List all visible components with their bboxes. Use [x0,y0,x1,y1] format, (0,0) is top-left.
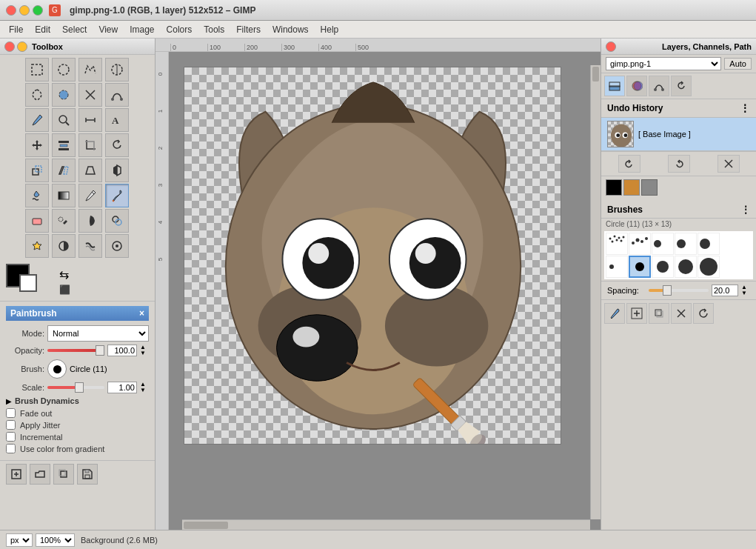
white-swatch[interactable] [641,179,658,196]
maximize-button[interactable] [33,5,43,16]
spacing-value[interactable]: 20.0 [712,285,738,296]
apply-jitter-checkbox[interactable] [6,420,16,430]
ellipse-select-tool[interactable] [52,58,76,81]
menu-edit[interactable]: Edit [29,23,56,36]
color-picker-tool[interactable] [25,108,49,132]
canvas-content[interactable] [169,52,601,530]
clear-history-button[interactable] [717,155,740,173]
measure-tool[interactable] [78,108,102,132]
shear-tool[interactable] [52,159,76,182]
flip-tool[interactable] [105,159,129,182]
opacity-value[interactable]: 100.0 [107,345,137,356]
layers-icon-tab[interactable] [604,76,625,96]
clone-tool[interactable] [105,209,129,233]
bucket-fill-tool[interactable] [25,184,49,207]
ink-tool[interactable] [78,209,102,233]
brush-paint-button[interactable] [604,303,625,324]
move-tool[interactable] [25,133,49,157]
fuzzy-select-tool[interactable] [25,83,49,107]
scale-spinners[interactable]: ▲ ▼ [140,382,149,393]
swap-colors-button[interactable]: ⇆ [59,267,70,282]
menu-tools[interactable]: Tools [198,23,230,36]
layer-select[interactable]: gimp.png-1 [606,57,721,70]
save-button[interactable] [77,464,98,485]
paintbrush-options-close[interactable]: × [139,308,144,319]
paths-icon-tab[interactable] [649,76,669,96]
eraser-tool[interactable] [25,209,49,233]
channels-icon-tab[interactable] [626,76,647,96]
minimize-button[interactable] [19,5,30,16]
brush-item-8[interactable] [652,256,674,278]
rotate-tool[interactable] [105,133,129,157]
airbrush-tool[interactable] [52,209,76,233]
menu-view[interactable]: View [93,23,124,36]
undo-history-options[interactable]: ⋮ [740,102,750,114]
history-item[interactable]: [ Base Image ] [601,118,756,151]
free-select-tool[interactable] [78,58,102,81]
right-window-controls[interactable] [606,41,616,52]
brush-item-10[interactable] [698,256,720,278]
right-close-button[interactable] [606,41,616,52]
scale-tool[interactable] [25,159,49,182]
smudge-tool[interactable] [78,234,102,258]
window-controls[interactable] [6,5,43,16]
zoom-unit-select[interactable]: px [6,533,33,547]
blend-tool[interactable] [52,184,76,207]
paintbrush-tool[interactable] [105,184,129,207]
brush-item-selected[interactable] [629,256,651,278]
background-color[interactable] [19,274,37,292]
duplicate-button[interactable] [53,464,74,485]
undo-button[interactable] [618,155,640,173]
brush-item-2[interactable] [629,233,651,255]
crop-tool[interactable] [78,133,102,157]
menu-image[interactable]: Image [124,23,160,36]
brush-item-4[interactable] [675,233,697,255]
menu-select[interactable]: Select [56,23,93,36]
scale-slider-container[interactable] [47,382,104,393]
dodge-burn-tool[interactable] [52,234,76,258]
horizontal-scroll-thumb[interactable] [184,522,228,529]
horizontal-scrollbar[interactable] [182,519,590,530]
text-tool[interactable]: A [105,108,129,132]
menu-help[interactable]: Help [315,23,345,36]
black-swatch[interactable] [606,179,622,196]
reset-colors-button[interactable]: ⬛ [59,285,70,295]
brush-item-1[interactable] [606,233,628,255]
heal-tool[interactable] [25,234,49,258]
scale-value[interactable]: 1.00 [107,382,137,393]
open-image-button[interactable] [30,464,50,485]
pencil-tool[interactable] [78,184,102,207]
opacity-spinners[interactable]: ▲ ▼ [140,345,149,356]
menu-filters[interactable]: Filters [230,23,267,36]
magnify-tool[interactable] [52,108,76,132]
brush-item-3[interactable] [652,233,674,255]
redo-button[interactable] [668,155,690,173]
select-by-color-tool[interactable] [52,83,76,107]
fade-out-checkbox[interactable] [6,408,16,418]
incremental-checkbox[interactable] [6,432,16,442]
new-image-button[interactable] [6,464,27,485]
vertical-scroll-thumb[interactable] [592,67,599,81]
refresh-brushes-button[interactable] [693,303,714,324]
brush-item-5[interactable] [698,233,720,255]
spacing-spinners[interactable]: ▲ ▼ [741,285,750,296]
menu-colors[interactable]: Colors [161,23,198,36]
toolbox-close[interactable] [4,41,15,52]
undo-history-icon-tab[interactable] [671,76,692,96]
auto-button[interactable]: Auto [724,58,752,70]
brush-item-9[interactable] [675,256,697,278]
menu-file[interactable]: File [3,23,29,36]
canvas-image[interactable] [184,67,561,445]
menu-windows[interactable]: Windows [267,23,315,36]
zoom-level-select[interactable]: 100% 50% 200% [36,533,75,547]
brush-item-6[interactable] [606,256,628,278]
close-button[interactable] [6,5,16,16]
toolbox-min[interactable] [17,41,27,52]
iscissors-tool[interactable] [78,83,102,107]
foreground-select-tool[interactable] [105,58,129,81]
brown-swatch[interactable] [623,179,640,196]
convolve-tool[interactable] [105,234,129,258]
new-brush-button[interactable] [626,303,647,324]
brush-dynamics-header[interactable]: ▶ Brush Dynamics [6,396,149,405]
delete-brush-button[interactable] [671,303,692,324]
